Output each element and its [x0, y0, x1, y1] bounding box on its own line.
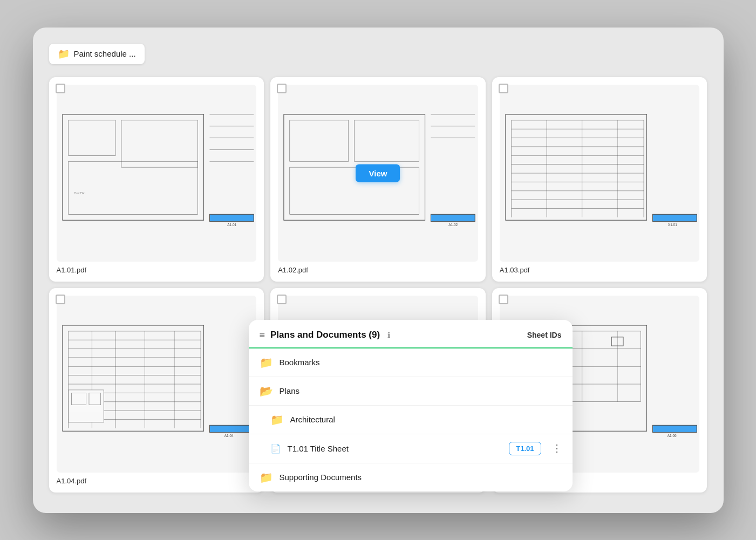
- doc-thumbnail: A1.02 View: [278, 85, 478, 262]
- doc-card: A1.02 View A1.02.pdf: [270, 77, 486, 282]
- panel-header-left: ≡ Plans and Documents (9) ℹ: [260, 330, 391, 341]
- svg-rect-3: [68, 161, 197, 214]
- svg-text:A1.02: A1.02: [448, 223, 458, 227]
- svg-rect-14: [355, 120, 419, 161]
- svg-rect-2: [121, 120, 197, 167]
- breadcrumb: 📁 Paint schedule ...: [49, 44, 707, 64]
- folder-closed-icon: 📁: [270, 413, 284, 426]
- doc-card: A1.04 A1.04.pdf: [49, 288, 264, 493]
- doc-thumbnail: Floor Plan A1.01: [57, 85, 257, 262]
- row-label: Supporting Documents: [280, 473, 562, 482]
- row-label: Bookmarks: [280, 358, 562, 367]
- svg-rect-58: [209, 425, 254, 432]
- card-checkbox[interactable]: [499, 84, 508, 93]
- svg-rect-19: [431, 214, 475, 221]
- card-checkbox[interactable]: [499, 295, 508, 304]
- sort-icon: ≡: [260, 330, 265, 341]
- plans-panel: ≡ Plans and Documents (9) ℹ Sheet IDs 📁 …: [249, 320, 573, 491]
- folder-icon: 📁: [58, 48, 70, 60]
- card-checkbox[interactable]: [277, 84, 287, 93]
- svg-text:A1.01: A1.01: [227, 223, 236, 227]
- doc-card: Floor Plan A1.01 A1.01.pdf: [49, 77, 264, 282]
- sheet-id-badge[interactable]: T1.01: [509, 442, 541, 455]
- panel-row[interactable]: 📂 Plans: [249, 377, 573, 406]
- row-label: T1.01 Title Sheet: [288, 444, 503, 453]
- doc-filename: A1.02.pdf: [278, 266, 478, 274]
- panel-row[interactable]: 📁 Architectural: [249, 406, 573, 434]
- more-icon[interactable]: ⋮: [552, 442, 562, 454]
- panel-row[interactable]: 📄 T1.01 Title Sheet T1.01 ⋮: [249, 434, 573, 463]
- svg-text:Floor Plan: Floor Plan: [74, 192, 85, 194]
- row-label: Plans: [280, 386, 562, 395]
- sheet-ids-button[interactable]: Sheet IDs: [527, 331, 562, 339]
- svg-text:X1.01: X1.01: [668, 223, 677, 227]
- svg-rect-38: [652, 214, 697, 221]
- svg-text:A1.04: A1.04: [224, 434, 233, 438]
- info-icon[interactable]: ℹ: [387, 331, 390, 339]
- folder-closed-icon: 📁: [260, 471, 273, 484]
- svg-rect-21: [506, 114, 647, 220]
- doc-filename: A1.01.pdf: [57, 266, 257, 274]
- doc-filename: A1.03.pdf: [500, 266, 700, 274]
- panel-row[interactable]: 📁 Bookmarks: [249, 348, 573, 377]
- svg-rect-82: [652, 425, 697, 432]
- svg-rect-1: [68, 120, 115, 155]
- folder-badge[interactable]: 📁 Paint schedule ...: [49, 44, 145, 64]
- panel-row[interactable]: 📁 Supporting Documents: [249, 463, 573, 491]
- doc-thumbnail: X1.01: [500, 85, 700, 262]
- svg-rect-9: [209, 214, 254, 221]
- card-checkbox[interactable]: [56, 84, 65, 93]
- document-icon: 📄: [270, 443, 281, 454]
- panel-body: 📁 Bookmarks 📂 Plans 📁 Architectural 📄 T1…: [249, 348, 573, 491]
- folder-open-icon: 📂: [260, 385, 273, 398]
- doc-card: X1.01 A1.03.pdf: [492, 77, 707, 282]
- panel-header: ≡ Plans and Documents (9) ℹ Sheet IDs: [249, 320, 573, 348]
- panel-title: Plans and Documents (9): [270, 330, 380, 340]
- row-label: Architectural: [290, 415, 562, 424]
- folder-closed-icon: 📁: [260, 356, 273, 369]
- doc-thumbnail: A1.04: [57, 296, 257, 473]
- card-checkbox[interactable]: [56, 295, 65, 304]
- svg-rect-13: [290, 120, 349, 161]
- folder-badge-text: Paint schedule ...: [74, 49, 136, 58]
- main-screen: 📁 Paint schedule ... Flo: [33, 28, 724, 513]
- card-checkbox[interactable]: [277, 295, 287, 304]
- svg-text:A1.06: A1.06: [668, 434, 677, 438]
- doc-filename: A1.04.pdf: [57, 477, 257, 485]
- view-button[interactable]: View: [356, 164, 400, 182]
